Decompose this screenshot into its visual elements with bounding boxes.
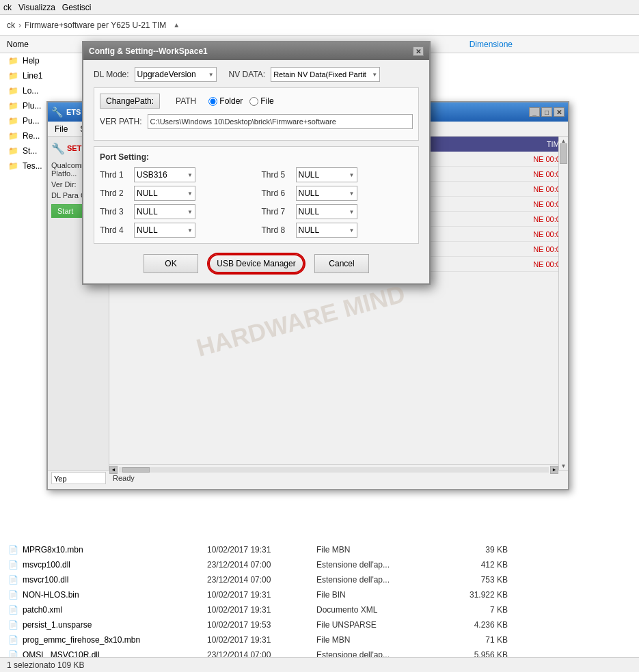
thrd3-select[interactable]: NULL ▼ xyxy=(134,204,195,219)
folder-icon: 📁 xyxy=(7,70,19,81)
thrd3-value: NULL xyxy=(137,207,158,216)
file-size: 4.236 KB xyxy=(426,620,508,630)
fe-statusbar: 1 selezionato 109 KB xyxy=(0,657,639,672)
menu-file[interactable]: File xyxy=(51,123,71,135)
thrd7-arrow: ▼ xyxy=(349,209,355,215)
thrd4-select[interactable]: NULL ▼ xyxy=(134,223,195,238)
usb-btn-label: USB Device Manager xyxy=(217,259,295,268)
file-icon: 📄 xyxy=(7,619,19,630)
thrd6-value: NULL xyxy=(299,188,320,198)
port-entry-thrd3: Thrd 3 NULL ▼ xyxy=(100,204,251,219)
thrd8-select[interactable]: NULL ▼ xyxy=(296,223,357,238)
list-item[interactable]: 📄 msvcp100.dll 23/12/2014 07:00 Estensio… xyxy=(0,557,639,572)
radio-file-input[interactable] xyxy=(249,97,258,106)
file-name: msvcr100.dll xyxy=(23,575,207,585)
path-radio-group: Folder File xyxy=(208,96,273,106)
dl-mode-select[interactable]: UpgradeVersion ▼ xyxy=(135,67,217,82)
file-type: Estensione dell'ap... xyxy=(316,575,426,585)
file-icon: 📄 xyxy=(7,544,19,555)
thrd6-select[interactable]: NULL ▼ xyxy=(296,186,357,201)
radio-file-label[interactable]: File xyxy=(249,96,273,106)
cancel-button[interactable]: Cancel xyxy=(314,254,369,273)
change-path-button[interactable]: ChangePath: xyxy=(100,94,160,109)
thrd5-value: NULL xyxy=(299,170,320,180)
breadcrumb-part1[interactable]: ck xyxy=(7,20,15,30)
port-setting-title: Port Setting: xyxy=(100,152,413,162)
ver-path-input[interactable]: C:\Users\Windows 10\Desktop\brick\Firmwa… xyxy=(148,114,413,129)
thrd2-label: Thrd 2 xyxy=(100,188,131,198)
thrd7-select[interactable]: NULL ▼ xyxy=(296,204,357,219)
breadcrumb-part2[interactable]: Firmware+software per Y625 U-21 TIM xyxy=(25,20,166,30)
path-header-row: ChangePath: PATH Folder File xyxy=(100,94,413,109)
folder-icon: 📁 xyxy=(7,55,19,66)
dl-mode-value: UpgradeVersion xyxy=(137,70,196,79)
dialog-close-button[interactable]: ✕ xyxy=(413,46,424,56)
nv-data-select[interactable]: Retain NV Data(Fixed Partit ▼ xyxy=(271,67,380,82)
thrd7-value: NULL xyxy=(299,207,320,216)
radio-folder-label[interactable]: Folder xyxy=(208,96,243,106)
thrd3-label: Thrd 3 xyxy=(100,207,131,216)
thrd8-value: NULL xyxy=(299,225,320,235)
dl-mode-arrow: ▼ xyxy=(208,72,214,78)
file-date: 23/12/2014 07:00 xyxy=(207,560,316,570)
port-entry-thrd2: Thrd 2 NULL ▼ xyxy=(100,186,251,201)
thrd1-value: USB316 xyxy=(137,170,167,180)
nv-data-value: Retain NV Data(Fixed Partit xyxy=(273,70,366,79)
thrd8-label: Thrd 8 xyxy=(262,225,293,235)
fe-menu-gestisci[interactable]: Gestisci xyxy=(62,3,92,12)
file-type: File UNSPARSE xyxy=(316,620,426,630)
port-setting-section: Port Setting: Thrd 1 USB316 ▼ Thrd 5 NUL… xyxy=(94,146,419,244)
scrollbar[interactable]: ▲ ▼ xyxy=(558,137,568,470)
list-item[interactable]: 📄 NON-HLOS.bin 10/02/2017 19:31 File BIN… xyxy=(0,587,639,602)
port-entry-thrd6: Thrd 6 NULL ▼ xyxy=(262,186,413,201)
file-type: Documento XML xyxy=(316,605,426,615)
thrd7-label: Thrd 7 xyxy=(262,207,293,216)
radio-folder-text: Folder xyxy=(219,96,243,106)
file-type: File BIN xyxy=(316,590,426,600)
ok-button[interactable]: OK xyxy=(144,254,198,273)
col-size[interactable]: Dimensione xyxy=(431,40,513,49)
list-item[interactable]: 📄 persist_1.unsparse 10/02/2017 19:53 Fi… xyxy=(0,617,639,632)
dialog-titlebar: Config & Setting--WorkSpace1 ✕ xyxy=(83,42,429,60)
thrd6-arrow: ▼ xyxy=(349,191,355,197)
list-item[interactable]: 📄 prog_emmc_firehose_8x10.mbn 10/02/2017… xyxy=(0,632,639,647)
radio-folder-input[interactable] xyxy=(208,97,217,106)
scroll-right-btn[interactable]: ► xyxy=(550,466,558,474)
usb-device-manager-button[interactable]: USB Device Manager xyxy=(208,254,304,273)
status-yep: Yep xyxy=(51,472,106,484)
port-entry-thrd1: Thrd 1 USB316 ▼ xyxy=(100,167,251,182)
file-size: 412 KB xyxy=(426,560,508,570)
scroll-left-btn[interactable]: ◄ xyxy=(109,466,118,474)
fe-menu-ck[interactable]: ck xyxy=(3,3,12,12)
close-button[interactable]: ✕ xyxy=(554,107,565,117)
port-entry-thrd7: Thrd 7 NULL ▼ xyxy=(262,204,413,219)
dl-mode-label: DL Mode: xyxy=(94,70,129,79)
folder-icon: 📁 xyxy=(7,145,19,156)
h-scroll-thumb[interactable] xyxy=(122,467,150,473)
thrd5-arrow: ▼ xyxy=(349,172,355,178)
folder-icon: 📁 xyxy=(7,130,19,141)
folder-icon: 📁 xyxy=(7,100,19,111)
fe-menu-visualizza[interactable]: Visualizza xyxy=(18,3,55,12)
scroll-thumb[interactable] xyxy=(560,143,567,164)
port-entry-thrd5: Thrd 5 NULL ▼ xyxy=(262,167,413,182)
minimize-button[interactable]: _ xyxy=(529,107,540,117)
maximize-button[interactable]: □ xyxy=(541,107,552,117)
ver-path-label: VER PATH: xyxy=(100,117,142,126)
port-entry-thrd8: Thrd 8 NULL ▼ xyxy=(262,223,413,238)
horizontal-scrollbar[interactable]: ◄ ► xyxy=(109,464,558,474)
fe-menubar: ck Visualizza Gestisci xyxy=(0,0,639,15)
file-date: 10/02/2017 19:31 xyxy=(207,635,316,645)
list-item[interactable]: 📄 patch0.xml 10/02/2017 19:31 Documento … xyxy=(0,602,639,617)
dll-icon: 📄 xyxy=(7,559,19,570)
list-item[interactable]: 📄 msvcr100.dll 23/12/2014 07:00 Estensio… xyxy=(0,572,639,587)
change-path-label: ChangePath: xyxy=(106,96,154,106)
nv-data-arrow: ▼ xyxy=(372,72,377,78)
port-entry-thrd4: Thrd 4 NULL ▼ xyxy=(100,223,251,238)
list-item[interactable]: 📄 MPRG8x10.mbn 10/02/2017 19:31 File MBN… xyxy=(0,542,639,557)
thrd5-select[interactable]: NULL ▼ xyxy=(296,167,357,182)
sort-arrow-up: ▲ xyxy=(173,21,180,29)
nv-data-label: NV DATA: xyxy=(229,70,266,79)
thrd1-select[interactable]: USB316 ▼ xyxy=(134,167,195,182)
thrd2-select[interactable]: NULL ▼ xyxy=(134,186,195,201)
